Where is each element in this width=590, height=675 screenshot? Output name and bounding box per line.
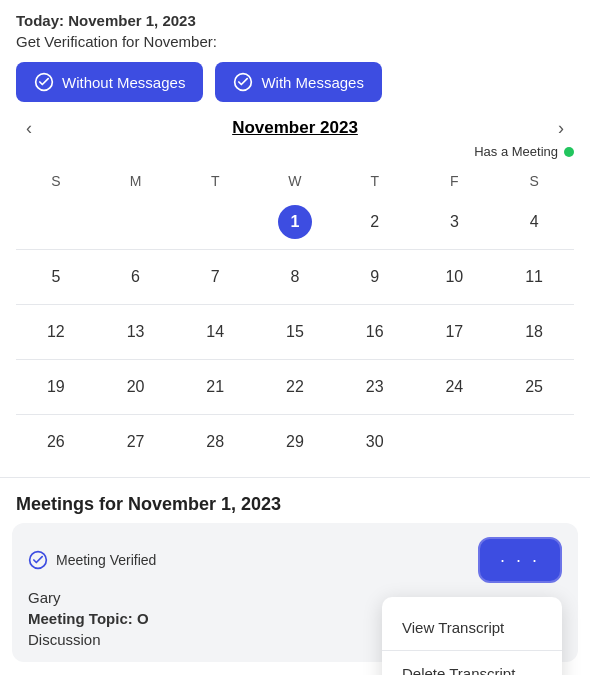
day-number: 7 (198, 260, 232, 294)
day-number: 27 (119, 425, 153, 459)
calendar-day[interactable]: 2 (335, 195, 415, 250)
calendar-day[interactable]: 12 (16, 305, 96, 360)
calendar-day[interactable]: 11 (494, 250, 574, 305)
calendar-day[interactable]: 21 (175, 360, 255, 415)
calendar-day[interactable]: 22 (255, 360, 335, 415)
calendar-day[interactable]: 9 (335, 250, 415, 305)
calendar-section: ‹ November 2023 › Has a Meeting S M T W … (0, 118, 590, 469)
calendar-month-label: November 2023 (232, 118, 358, 138)
without-messages-label: Without Messages (62, 74, 185, 91)
dropdown-menu: View Transcript Delete Transcript (382, 597, 562, 675)
calendar-day[interactable]: 13 (96, 305, 176, 360)
calendar-day[interactable]: 16 (335, 305, 415, 360)
without-messages-button[interactable]: Without Messages (16, 62, 203, 102)
calendar-day[interactable]: 29 (255, 415, 335, 470)
check-circle-icon-2 (233, 72, 253, 92)
day-header-mon: M (96, 167, 176, 195)
meeting-verified-row: Meeting Verified (28, 550, 156, 570)
today-prefix: Today: (16, 12, 68, 29)
day-number: 24 (437, 370, 471, 404)
day-number: 25 (517, 370, 551, 404)
day-header-tue: T (175, 167, 255, 195)
calendar-day[interactable]: 14 (175, 305, 255, 360)
calendar-day[interactable]: 27 (96, 415, 176, 470)
day-number: 8 (278, 260, 312, 294)
calendar-week-row: 567891011 (16, 250, 574, 305)
top-section: Today: November 1, 2023 Get Verification… (0, 0, 590, 102)
day-number: 6 (119, 260, 153, 294)
calendar-day (175, 195, 255, 250)
calendar-day[interactable]: 23 (335, 360, 415, 415)
day-number: 19 (39, 370, 73, 404)
meeting-topic-label: Meeting Topic: (28, 610, 133, 627)
view-transcript-item[interactable]: View Transcript (382, 605, 562, 650)
meeting-card-top: Meeting Verified · · · View Transcript D… (28, 537, 562, 583)
day-header-wed: W (255, 167, 335, 195)
calendar-week-row: 12131415161718 (16, 305, 574, 360)
day-header-sat: S (494, 167, 574, 195)
calendar-day[interactable]: 4 (494, 195, 574, 250)
calendar-day[interactable]: 7 (175, 250, 255, 305)
calendar-week-row: 1234 (16, 195, 574, 250)
today-label: Today: November 1, 2023 (16, 12, 574, 29)
day-number: 2 (358, 205, 392, 239)
calendar-day[interactable]: 5 (16, 250, 96, 305)
calendar-day[interactable]: 28 (175, 415, 255, 470)
day-number: 30 (358, 425, 392, 459)
calendar-nav: ‹ November 2023 › (16, 118, 574, 138)
day-number: 11 (517, 260, 551, 294)
calendar-day[interactable]: 15 (255, 305, 335, 360)
calendar-day[interactable]: 8 (255, 250, 335, 305)
calendar-day[interactable]: 26 (16, 415, 96, 470)
day-number: 3 (437, 205, 471, 239)
calendar-week-row: 2627282930 (16, 415, 574, 470)
calendar-day (16, 195, 96, 250)
calendar-day[interactable]: 17 (415, 305, 495, 360)
next-month-button[interactable]: › (548, 114, 574, 143)
calendar-day[interactable]: 19 (16, 360, 96, 415)
verification-label: Get Verification for November: (16, 33, 574, 50)
today-date: November 1, 2023 (68, 12, 196, 29)
has-meeting-label: Has a Meeting (474, 144, 558, 159)
calendar-day (494, 415, 574, 470)
day-header-sun: S (16, 167, 96, 195)
delete-transcript-item[interactable]: Delete Transcript (382, 651, 562, 675)
day-header-thu: T (335, 167, 415, 195)
calendar-table: S M T W T F S 12345678910111213141516171… (16, 167, 574, 469)
green-dot-indicator (564, 147, 574, 157)
day-number: 29 (278, 425, 312, 459)
calendar-day[interactable]: 3 (415, 195, 495, 250)
day-number: 28 (198, 425, 232, 459)
calendar-day[interactable]: 24 (415, 360, 495, 415)
day-number: 12 (39, 315, 73, 349)
day-number: 22 (278, 370, 312, 404)
meeting-verified-label: Meeting Verified (56, 552, 156, 568)
day-number: 23 (358, 370, 392, 404)
calendar-day[interactable]: 6 (96, 250, 176, 305)
day-number: 21 (198, 370, 232, 404)
day-number: 20 (119, 370, 153, 404)
prev-month-button[interactable]: ‹ (16, 114, 42, 143)
three-dots-button[interactable]: · · · (478, 537, 562, 583)
day-header-fri: F (415, 167, 495, 195)
with-messages-button[interactable]: With Messages (215, 62, 382, 102)
day-number: 26 (39, 425, 73, 459)
calendar-day[interactable]: 18 (494, 305, 574, 360)
verified-check-icon (28, 550, 48, 570)
button-row: Without Messages With Messages (16, 62, 574, 102)
with-messages-label: With Messages (261, 74, 364, 91)
calendar-day[interactable]: 25 (494, 360, 574, 415)
calendar-day[interactable]: 30 (335, 415, 415, 470)
meeting-topic-text: O (137, 610, 149, 627)
day-number: 4 (517, 205, 551, 239)
day-number: 14 (198, 315, 232, 349)
day-number: 10 (437, 260, 471, 294)
calendar-day[interactable]: 20 (96, 360, 176, 415)
day-number: 5 (39, 260, 73, 294)
check-circle-icon (34, 72, 54, 92)
day-number: 9 (358, 260, 392, 294)
calendar-day[interactable]: 10 (415, 250, 495, 305)
day-number: 17 (437, 315, 471, 349)
calendar-day[interactable]: 1 (255, 195, 335, 250)
meeting-card: Meeting Verified · · · View Transcript D… (12, 523, 578, 662)
